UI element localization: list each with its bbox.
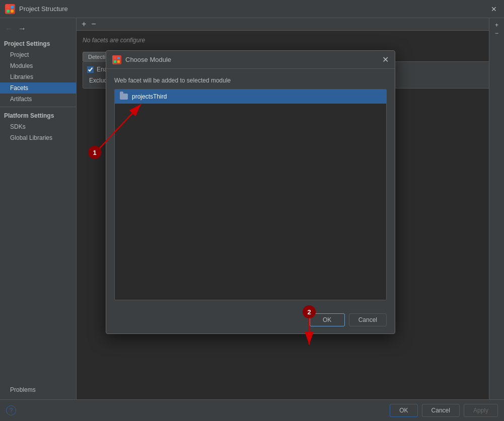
close-button[interactable]: ✕ (489, 4, 499, 14)
svg-rect-3 (11, 10, 14, 13)
scroll-down-button[interactable]: − (494, 30, 499, 36)
sidebar-item-project[interactable]: Project (0, 49, 76, 60)
dialog-close-button[interactable]: ✕ (382, 55, 389, 64)
add-button[interactable]: + (81, 20, 87, 28)
module-item-projects-third[interactable]: projectsThird (115, 90, 386, 104)
bottom-bar: ? OK Cancel Apply (0, 399, 504, 421)
title-bar-controls: ✕ (489, 4, 499, 14)
title-bar-left: Project Structure (5, 4, 68, 14)
sidebar-item-facets[interactable]: Facets (0, 82, 76, 94)
main-ok-button[interactable]: OK (390, 404, 417, 417)
svg-rect-6 (114, 60, 116, 63)
sidebar-separator (0, 107, 76, 107)
platform-settings-header: Platform Settings (0, 109, 76, 121)
svg-rect-4 (114, 57, 116, 59)
dialog-title-left: Choose Module (112, 55, 171, 64)
dialog-buttons: OK Cancel (106, 308, 395, 333)
dialog-ok-button[interactable]: OK (310, 313, 345, 326)
dialog-title-bar: Choose Module ✕ (106, 51, 395, 69)
scroll-up-button[interactable]: + (494, 22, 499, 28)
svg-rect-2 (7, 10, 10, 13)
dialog-cancel-button[interactable]: Cancel (349, 313, 387, 326)
app-icon (5, 4, 15, 14)
sidebar-item-artifacts[interactable]: Artifacts (0, 94, 76, 105)
sidebar-item-sdks[interactable]: SDKs (0, 121, 76, 132)
enable-framework-checkbox[interactable] (87, 66, 94, 73)
title-bar: Project Structure ✕ (0, 0, 504, 18)
right-buttons: + − (489, 18, 504, 399)
bottom-buttons: OK Cancel Apply (390, 404, 498, 417)
module-folder-icon (120, 93, 128, 101)
dialog-subtitle: Web facet will be added to selected modu… (114, 77, 387, 84)
sidebar: ← → Project Settings Project Modules Lib… (0, 18, 77, 399)
main-apply-button[interactable]: Apply (464, 404, 498, 417)
no-facets-text: No facets are configure (83, 37, 145, 44)
sidebar-item-problems[interactable]: Problems (0, 384, 76, 395)
svg-rect-7 (117, 60, 120, 63)
sidebar-item-global-libraries[interactable]: Global Libraries (0, 132, 76, 143)
module-name: projectsThird (132, 93, 167, 100)
remove-button[interactable]: − (90, 20, 97, 28)
dialog-app-icon (112, 55, 121, 64)
back-button[interactable]: ← (4, 24, 14, 33)
panel-toolbar: + − (77, 18, 504, 31)
forward-button[interactable]: → (17, 24, 27, 33)
dialog-body: Web facet will be added to selected modu… (106, 69, 395, 308)
svg-rect-0 (7, 6, 10, 9)
svg-rect-1 (11, 6, 14, 9)
main-cancel-button[interactable]: Cancel (422, 404, 460, 417)
module-list[interactable]: projectsThird (114, 89, 387, 300)
svg-rect-5 (117, 57, 120, 59)
window-title: Project Structure (19, 5, 68, 13)
main-window: Project Structure ✕ ← → Project Settings… (0, 0, 504, 421)
sidebar-item-modules[interactable]: Modules (0, 60, 76, 71)
choose-module-dialog: Choose Module ✕ Web facet will be added … (106, 50, 395, 334)
dialog-title-text: Choose Module (125, 56, 171, 63)
help-button[interactable]: ? (6, 405, 16, 415)
nav-controls: ← → (0, 22, 76, 37)
sidebar-item-libraries[interactable]: Libraries (0, 71, 76, 82)
project-settings-header: Project Settings (0, 37, 76, 49)
